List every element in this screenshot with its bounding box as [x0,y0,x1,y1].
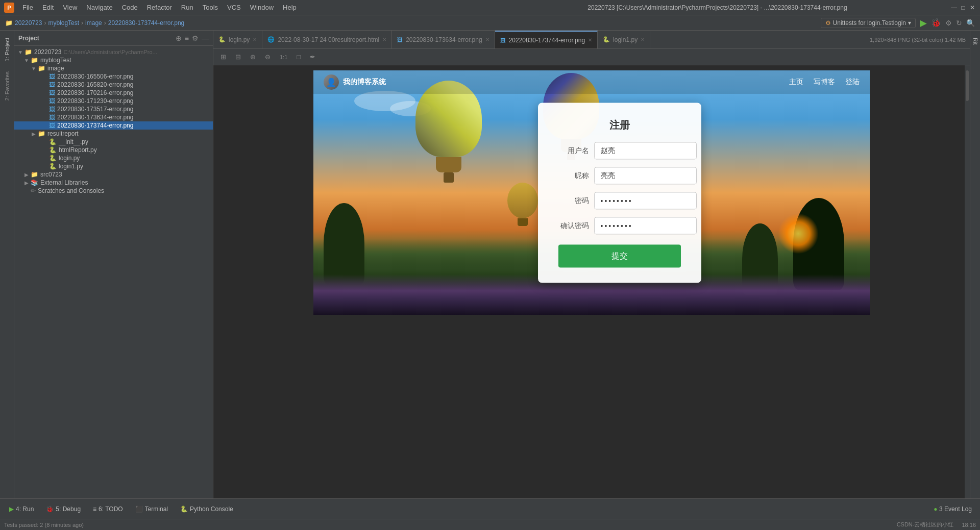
debug-tab-icon: 🐞 [46,506,54,513]
todo-tab-icon: ≡ [93,506,96,513]
window-controls: — □ ✕ [950,4,976,11]
folder-icon: 📁 [24,48,32,56]
debug-tab-button[interactable]: 🐞 5: Debug [41,503,86,515]
password-input[interactable] [594,192,697,210]
tree-item-myblogtest[interactable]: ▼ 📁 myblogTest [14,56,213,64]
menu-refactor[interactable]: Refactor [143,3,176,12]
tree-item-img3[interactable]: 🖼 20220830-170216-error.png [14,89,213,97]
run-tab-icon: ▶ [9,506,14,513]
scrollbar-thumb[interactable] [966,70,969,101]
tab-close-err1[interactable]: ✕ [485,37,489,42]
scratches-icon: ✏ [31,187,36,194]
tab-htmlreport[interactable]: 🌐 2022-08-30-17 24 00resultreport.html ✕ [262,31,392,49]
debug-button[interactable]: 🐞 [931,18,941,28]
hide-icon[interactable]: — [202,34,209,42]
terminal-tab-button[interactable]: ⬛ Terminal [130,503,173,515]
confirm-password-input[interactable] [594,217,697,235]
menu-navigate[interactable]: Navigate [82,3,116,12]
nickname-label: 昵称 [558,171,589,181]
tree-item-resultreport[interactable]: ▶ 📁 resultreport [14,130,213,138]
tree-item-login1[interactable]: 🐍 login1.py [14,162,213,170]
username-input[interactable] [594,142,697,160]
tab-close-html[interactable]: ✕ [382,37,386,42]
tree-item-img2[interactable]: 🖼 20220830-165820-error.png [14,81,213,89]
menu-edit[interactable]: Edit [38,3,58,12]
event-log-button[interactable]: ● 3 Event Log [929,503,976,515]
search-button[interactable]: 🔍 [966,19,975,27]
tree-item-img5[interactable]: 🖼 20220830-173517-error.png [14,105,213,113]
close-button[interactable]: ✕ [969,4,976,11]
maximize-button[interactable]: □ [960,4,967,11]
tree-item-extlibs[interactable]: ▶ 📚 External Libraries [14,179,213,187]
tab-favorites[interactable]: 2: Favorites [2,68,12,104]
image-file-icon: 🖼 [49,106,55,113]
collapse-icon[interactable]: ≡ [185,34,189,42]
tree-item-root[interactable]: ▼ 📁 20220723 C:\Users\Administrator\Pych… [14,48,213,56]
fit-page-button[interactable]: ⊞ [217,52,229,62]
menu-file[interactable]: File [18,3,37,12]
image-viewer: 👤 我的博客系统 主页 写博客 登陆 注册 用户名 [213,65,970,498]
menu-vcs[interactable]: VCS [223,3,245,12]
event-log-icon: ● [934,506,937,513]
breadcrumb-myblogtest[interactable]: myblogTest [48,19,79,27]
tab-err2[interactable]: 🖼 20220830-173744-error.png ✕ [495,31,598,49]
menu-tools[interactable]: Tools [199,3,222,12]
breadcrumb-file[interactable]: 20220830-173744-error.png [108,19,184,27]
editor-area: 🐍 login.py ✕ 🌐 2022-08-30-17 24 00result… [213,31,970,498]
menu-help[interactable]: Help [279,3,301,12]
tree-item-img4[interactable]: 🖼 20220830-171230-error.png [14,97,213,105]
tree-item-htmlreport[interactable]: 🐍 htmlReport.py [14,146,213,154]
settings-icon[interactable]: ⚙ [192,34,199,42]
zoom-in-button[interactable]: ⊕ [247,52,259,62]
locate-icon[interactable]: ⊕ [176,34,182,42]
menu-run[interactable]: Run [177,3,198,12]
tree-item-img1[interactable]: 🖼 20220830-165506-error.png [14,72,213,81]
submit-button[interactable]: 提交 [558,245,681,268]
tree-item-img7[interactable]: 🖼 20220830-173744-error.png [14,121,213,130]
python-console-tab-button[interactable]: 🐍 Python Console [175,503,238,515]
minimize-button[interactable]: — [950,4,958,11]
folder-icon: 📁 [38,65,45,72]
tab-close-login[interactable]: ✕ [253,37,257,42]
zoom-out-button[interactable]: ⊖ [262,52,274,62]
image-file-icon: 🖼 [49,73,55,80]
menu-view[interactable]: View [59,3,81,12]
run-config-label: Unittests for login.Testlogin [833,19,906,27]
run-tab-button[interactable]: ▶ 4: Run [4,503,39,515]
image-file-icon: 🖼 [49,89,55,96]
sidebar-header: Project ⊕ ≡ ⚙ — [14,31,213,46]
color-picker-button[interactable]: ✒ [307,52,318,62]
tree-item-image[interactable]: ▼ 📁 image [14,64,213,72]
refresh-button[interactable]: ↻ [956,19,962,27]
tree-item-scratches[interactable]: ✏ Scratches and Consoles [14,187,213,195]
tree-item-init[interactable]: 🐍 __init__.py [14,138,213,146]
run-config-icon: ⚙ [825,19,831,27]
tab-login-py[interactable]: 🐍 login.py ✕ [213,31,262,49]
breadcrumb-image[interactable]: image [85,19,102,27]
run-config-chevron: ▾ [908,19,911,27]
tab-err1[interactable]: 🖼 20220830-173634-error.png ✕ [392,31,495,49]
tree-item-src0723[interactable]: ▶ 📁 src0723 [14,170,213,179]
tab-rit[interactable]: Rit [970,35,981,47]
vertical-scrollbar[interactable] [965,65,970,498]
nav-links: 主页 写博客 登陆 [789,78,860,87]
run-config-dropdown[interactable]: ⚙ Unittests for login.Testlogin ▾ [821,18,916,28]
nickname-input[interactable] [594,167,697,185]
tree-item-img6[interactable]: 🖼 20220830-173634-error.png [14,113,213,121]
tab-close-err2[interactable]: ✕ [588,37,592,43]
actual-size-button[interactable]: ⊟ [232,52,244,62]
tab-project[interactable]: 1: Project [2,35,12,64]
menu-code[interactable]: Code [118,3,142,12]
tab-login1-py[interactable]: 🐍 login1.py ✕ [598,31,650,49]
fit-width-button[interactable]: □ [293,52,304,62]
coverage-button[interactable]: ⚙ [945,19,952,27]
image-info: 1,920×848 PNG (32-bit color) 1.42 MB [870,37,970,43]
tab-close-login1[interactable]: ✕ [641,37,645,42]
zoom-ratio-button[interactable]: 1:1 [277,53,290,61]
menu-window[interactable]: Window [246,3,278,12]
todo-tab-button[interactable]: ≡ 6: TODO [88,503,128,515]
right-panel-strip: Rit [970,31,980,498]
tree-item-login[interactable]: 🐍 login.py [14,154,213,162]
run-button[interactable]: ▶ [920,17,927,29]
breadcrumb-root[interactable]: 20220723 [15,19,42,27]
